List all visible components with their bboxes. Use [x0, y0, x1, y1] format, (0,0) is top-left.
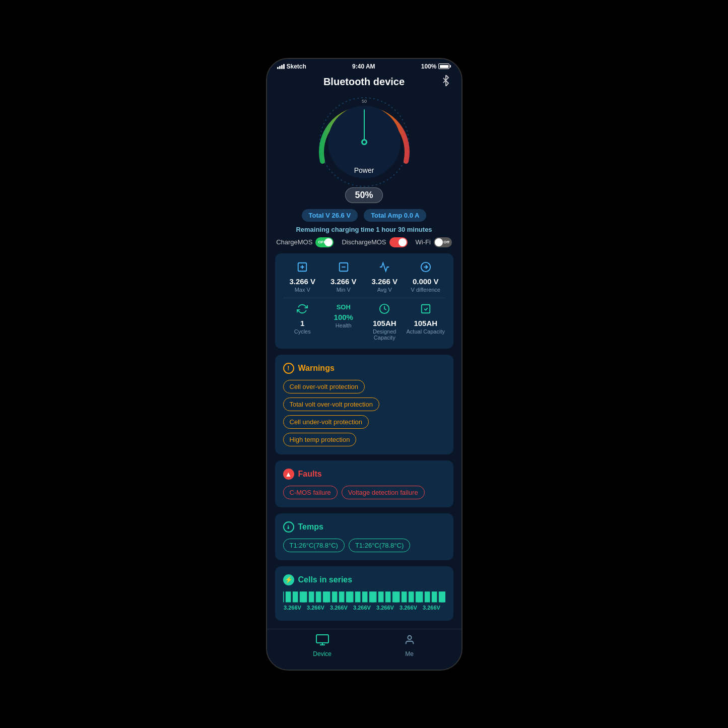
avg-v-metric: 3.266 V Avg V [365, 261, 405, 293]
wifi-knob [435, 238, 443, 246]
min-v-value: 3.266 V [330, 277, 357, 286]
fault-icon: ▲ [283, 469, 294, 480]
me-nav-icon [404, 634, 415, 648]
gauge-svg-wrapper: 50 Power [314, 92, 415, 192]
total-amp-value: 0.0 A [404, 212, 420, 219]
cell-item-2: ▊▊▊▊ 3.266V [329, 591, 349, 611]
designed-cap-metric: 105AH Designed Capacity [365, 303, 405, 341]
warning-tag-2: Cell under-volt protection [283, 415, 369, 429]
discharge-mos-item: DischargeMOS ON [342, 237, 407, 247]
svg-point-10 [408, 635, 411, 639]
warnings-tags: Cell over-volt protection Total volt ove… [283, 380, 445, 446]
fault-tag-0: C-MOS failure [283, 486, 338, 499]
charge-mos-toggle[interactable]: OFF [315, 237, 334, 247]
max-v-metric: 3.266 V Max V [283, 261, 322, 293]
battery-fill [440, 65, 448, 68]
me-nav-label: Me [405, 650, 414, 657]
cell-item-1: ▊▊▊▊ 3.266V [306, 591, 325, 611]
faults-tags: C-MOS failure Voltage detection failure [283, 486, 445, 499]
total-amp-label: Total Amp [371, 212, 402, 219]
cell-value-2: 3.266V [330, 605, 348, 611]
faults-card: ▲ Faults C-MOS failure Voltage detection… [275, 460, 453, 507]
status-right: 100% [421, 63, 451, 70]
content-area: 50 Power 50% Total V 26.6 V Total Amp 0.… [267, 92, 461, 627]
health-metric: SOH 100% Health [324, 303, 363, 341]
device-nav-icon [316, 634, 329, 648]
nav-header: Bluetooth device [267, 72, 461, 92]
phone-frame: Sketch 9:40 AM 100% Bluetooth device [266, 58, 462, 671]
wifi-toggle-label: Off [443, 240, 449, 244]
fault-tag-1: Voltage detection failure [342, 486, 425, 499]
designed-cap-icon [379, 303, 390, 317]
cell-item-6: ▊▊▊▊ 3.266V [422, 591, 441, 611]
signal-bar-1 [277, 67, 279, 69]
cell-value-5: 3.266V [400, 605, 417, 611]
total-v-pill: Total V 26.6 V [302, 209, 358, 222]
temps-title: Temps [298, 522, 323, 532]
status-left: Sketch [277, 63, 306, 70]
metrics-card: 3.266 V Max V 3.266 V Min V 3.266 V Avg … [275, 253, 453, 349]
temps-card: 🌡 Temps T1:26°C(78.8°C) T1:26°C(78.8°C) [275, 513, 453, 560]
warnings-card: ! Warnings Cell over-volt protection Tot… [275, 355, 453, 454]
max-v-value: 3.266 V [289, 277, 315, 286]
cycles-icon [297, 303, 308, 317]
wifi-toggle[interactable]: Off [434, 237, 452, 247]
min-v-icon [338, 261, 349, 275]
charge-mos-item: ChargeMOS OFF [276, 237, 334, 247]
svg-rect-9 [316, 635, 328, 643]
max-v-label: Max V [295, 287, 310, 293]
nav-item-device[interactable]: Device [313, 634, 332, 657]
wifi-item: Wi-Fi Off [416, 237, 452, 247]
signal-bar-4 [283, 64, 285, 69]
designed-cap-label: Designed Capacity [365, 328, 405, 341]
svg-text:50: 50 [361, 99, 366, 104]
temp-icon: 🌡 [283, 521, 294, 533]
cell-icon-7: ▊▊▊▊ [441, 591, 445, 603]
warning-tag-0: Cell over-volt protection [283, 380, 365, 393]
signal-bars [277, 64, 285, 69]
discharge-mos-label: DischargeMOS [342, 238, 386, 246]
battery-tip [450, 65, 451, 68]
cells-title: Cells in series [298, 575, 353, 584]
min-v-label: Min V [337, 287, 351, 293]
v-diff-label: V difference [411, 287, 440, 293]
cell-value-1: 3.266V [307, 605, 324, 611]
cell-item-5: ▊▊▊▊ 3.266V [399, 591, 418, 611]
temp-tag-0: T1:26°C(78.8°C) [283, 539, 345, 552]
metrics-grid: 3.266 V Max V 3.266 V Min V 3.266 V Avg … [283, 261, 445, 293]
max-v-icon [297, 261, 308, 275]
charge-mos-toggle-label: OFF [318, 240, 326, 244]
gauge-svg: 50 [314, 92, 415, 192]
metrics-grid-2: 1 Cycles SOH 100% Health 105AH Designed … [283, 303, 445, 341]
discharge-mos-toggle-label: ON [399, 240, 405, 244]
gauge-label: Power [354, 166, 374, 174]
bluetooth-icon[interactable] [440, 75, 451, 89]
health-label: Health [336, 322, 352, 328]
stats-row: Total V 26.6 V Total Amp 0.0 A [275, 209, 453, 222]
total-v-label: Total V [309, 212, 330, 219]
faults-title: Faults [298, 470, 322, 479]
charging-time-value: 1 hour 30 minutes [376, 226, 432, 233]
bottom-nav: Device Me [267, 629, 461, 670]
battery-percent: 100% [421, 63, 437, 70]
cell-value-0: 3.266V [284, 605, 301, 611]
nav-item-me[interactable]: Me [404, 634, 415, 657]
cycles-label: Cycles [294, 328, 311, 335]
warnings-title: Warnings [298, 364, 335, 373]
health-value: 100% [334, 313, 353, 321]
time-label: 9:40 AM [352, 63, 375, 70]
battery-body [438, 63, 449, 69]
avg-v-icon [379, 261, 390, 275]
temps-tags: T1:26°C(78.8°C) T1:26°C(78.8°C) [283, 539, 445, 552]
carrier-label: Sketch [287, 63, 306, 70]
status-bar: Sketch 9:40 AM 100% [267, 59, 461, 72]
temps-header: 🌡 Temps [283, 521, 445, 533]
cycles-value: 1 [300, 319, 304, 327]
discharge-mos-toggle[interactable]: ON [389, 237, 408, 247]
signal-bar-3 [281, 65, 283, 69]
metrics-divider [283, 298, 445, 298]
page-title: Bluetooth device [323, 76, 405, 88]
signal-bar-2 [279, 66, 281, 69]
soh-icon: SOH [337, 303, 351, 311]
v-diff-value: 0.000 V [413, 277, 439, 286]
